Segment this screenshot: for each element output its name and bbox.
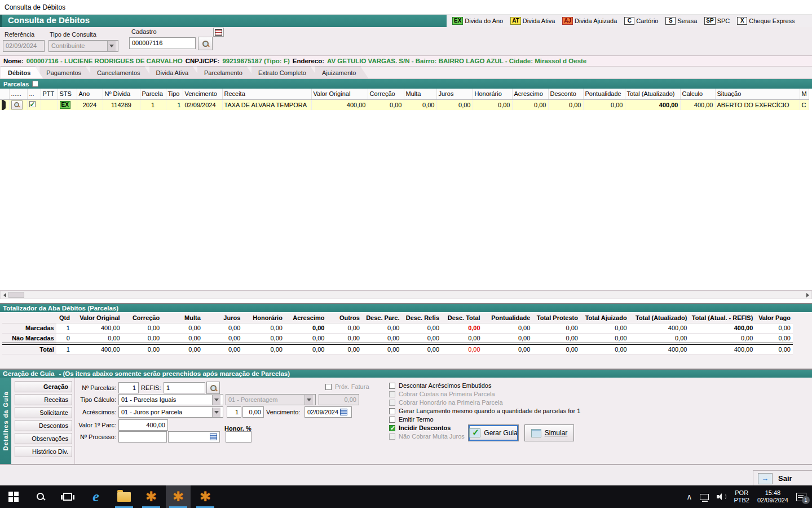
c-badge-icon: C	[624, 17, 634, 25]
prox-fatura-checkbox[interactable]	[325, 384, 332, 390]
emitir-termo-row[interactable]: Emitir Termo	[389, 416, 434, 423]
total-atualizado-cell: 400,00	[625, 99, 680, 110]
descontar-acrescimos-checkbox[interactable]	[389, 383, 395, 389]
porcentagem-select[interactable]: 01 - Porcentagem	[226, 394, 316, 405]
app-window-1-button[interactable]: ✱	[139, 485, 164, 508]
tipo-cell: 1	[166, 99, 183, 110]
cobrar-honorario-checkbox[interactable]	[389, 400, 395, 406]
app-header: Consulta de Débitos EXDivida do Ano ATDi…	[0, 15, 812, 27]
incidir-descontos-checkbox[interactable]	[389, 425, 395, 431]
porcentagem-amount-input[interactable]: 0,00	[319, 394, 359, 405]
receitas-button[interactable]: Receitas	[15, 394, 72, 405]
valor-parc-input[interactable]: 400,00	[118, 419, 168, 431]
acrescimo-cell: 0,00	[512, 99, 548, 110]
acrescimos-n-input[interactable]: 1	[227, 406, 241, 418]
acrescimos-label: Acréscimos:	[73, 409, 116, 415]
exit-icon[interactable]	[758, 473, 773, 484]
sair-button[interactable]: Sair	[778, 474, 792, 483]
tipo-calculo-select[interactable]: 01 - Parcelas Iguais	[118, 394, 223, 405]
referencia-field[interactable]: 02/09/2024	[3, 40, 45, 52]
parcelas-select-all-checkbox[interactable]	[32, 81, 38, 87]
gerar-guia-button[interactable]: Gerar Guia	[468, 424, 519, 441]
prox-fatura-checkbox-row[interactable]: Próx. Fatura	[325, 383, 369, 390]
app-window-2-button[interactable]: ✱	[166, 485, 191, 508]
descontos-button[interactable]: Descontos	[15, 420, 72, 431]
search-icon	[202, 41, 209, 47]
observacoes-button[interactable]: Observações	[15, 433, 72, 444]
n-parcelas-input[interactable]: 1	[118, 382, 139, 393]
divida-cell: 114289	[103, 99, 140, 110]
tab-parcelamento[interactable]: Parcelamento	[197, 67, 255, 78]
legend-cheque-express: XCheque Express	[737, 17, 795, 25]
cobrar-custas-row[interactable]: Cobrar Custas na Primeira Parcela	[389, 391, 495, 397]
scroll-left-arrow-icon[interactable]	[1, 291, 8, 299]
processo-data-input[interactable]	[168, 431, 220, 443]
folder-icon	[117, 492, 131, 502]
tipo-consulta-select[interactable]: Contribuinte	[48, 40, 118, 52]
nao-cobrar-multa-row[interactable]: Não Cobrar Multa Juros	[389, 433, 465, 440]
scrollbar-thumb[interactable]	[8, 292, 24, 298]
clock[interactable]: 15:4802/09/2024	[757, 489, 788, 504]
network-icon[interactable]	[700, 494, 709, 500]
tray-chevron-icon[interactable]: ∧	[686, 492, 692, 501]
calendar-icon[interactable]	[210, 433, 217, 440]
parcelas-title: Parcelas	[3, 81, 29, 87]
tab-ajuizamento[interactable]: Ajuizamento	[315, 67, 369, 78]
internet-explorer-button[interactable]: e	[83, 485, 108, 508]
cadastro-list-button[interactable]	[213, 28, 224, 37]
honor-input[interactable]	[226, 431, 251, 443]
app-window-3-button[interactable]: ✱	[193, 485, 218, 508]
row-detail-button[interactable]	[11, 100, 23, 110]
tab-divida-ativa[interactable]: Divida Ativa	[149, 67, 201, 78]
cadastro-input[interactable]: 000007116	[129, 37, 196, 49]
totalizador-row-marcadas: Marcadas 1 400,00 0,00 0,00 0,00 0,00 0,…	[2, 323, 793, 333]
legend-divida-do-ano: EXDivida do Ano	[452, 17, 503, 25]
cobrar-custas-checkbox[interactable]	[389, 391, 395, 397]
gerar-lancamento-checkbox[interactable]	[389, 408, 395, 414]
horizontal-scrollbar[interactable]	[0, 291, 812, 299]
acrescimos-select[interactable]: 01 - Juros por Parcela	[118, 406, 223, 418]
refis-input[interactable]: 1	[164, 382, 205, 393]
system-tray: ∧ PORPTB2 15:4802/09/2024 1	[686, 485, 812, 508]
solicitante-button[interactable]: Solicitante	[15, 407, 72, 418]
scroll-right-arrow-icon[interactable]	[804, 291, 811, 299]
chevron-down-icon	[304, 395, 313, 405]
tab-pagamentos[interactable]: Pagamentos	[39, 67, 94, 78]
task-view-button[interactable]	[55, 485, 80, 508]
vencimento-input[interactable]: 02/09/2024	[304, 406, 352, 418]
totalizador-row-total: Total 1 400,00 0,00 0,00 0,00 0,00 0,00 …	[2, 344, 793, 354]
nao-cobrar-multa-checkbox[interactable]	[389, 433, 395, 440]
cobrar-honorario-row[interactable]: Cobrar Honorário na Primeira Parcela	[389, 399, 503, 406]
speaker-icon[interactable]	[717, 493, 726, 500]
acrescimos-valor-input[interactable]: 0,00	[242, 406, 264, 418]
language-indicator[interactable]: PORPTB2	[734, 489, 749, 504]
notification-icon[interactable]: 1	[796, 493, 806, 501]
internet-explorer-icon: e	[92, 489, 99, 504]
taskbar-search-button[interactable]	[28, 485, 53, 508]
processo-label: Nº Processo:	[73, 433, 116, 440]
historico-div-button[interactable]: Histórico Div.	[15, 446, 72, 457]
emitir-termo-checkbox[interactable]	[389, 417, 395, 423]
geracao-button[interactable]: Geração	[15, 381, 72, 392]
incidir-descontos-row[interactable]: Incidir Descontos	[389, 424, 451, 431]
gerar-lancamento-row[interactable]: Gerar Lançamento mesmo quando a quantida…	[389, 408, 580, 414]
processo-input[interactable]	[118, 431, 167, 443]
table-row[interactable]: EX 2024 114289 1 1 02/09/2024 TAXA DE AL…	[0, 99, 809, 110]
taskbar: e ✱ ✱ ✱ ∧ PORPTB2 15:4802/09/2024 1	[0, 485, 812, 508]
file-explorer-button[interactable]	[112, 485, 136, 508]
calendar-icon[interactable]	[340, 409, 347, 415]
search-icon	[210, 385, 217, 391]
refis-search-button[interactable]	[206, 382, 220, 394]
refis-label: REFIS:	[141, 384, 162, 391]
simular-button[interactable]: Simular	[524, 424, 574, 441]
tab-extrato-completo[interactable]: Extrato Completo	[251, 67, 319, 78]
row-select-checkbox[interactable]	[29, 101, 36, 107]
descontar-acrescimos-row[interactable]: Descontar Acréscimos Embutidos	[389, 382, 491, 389]
detalhes-da-guia-tab[interactable]: Detalhes da Guia	[0, 378, 11, 464]
start-button[interactable]	[1, 485, 26, 508]
n-parcelas-label: Nº Parcelas:	[78, 384, 116, 391]
cadastro-search-button[interactable]	[198, 37, 213, 50]
tab-debitos[interactable]: Débitos	[1, 67, 43, 78]
tab-cancelamentos[interactable]: Cancelamentos	[90, 67, 152, 78]
page-title: Consulta de Débitos	[0, 15, 447, 27]
